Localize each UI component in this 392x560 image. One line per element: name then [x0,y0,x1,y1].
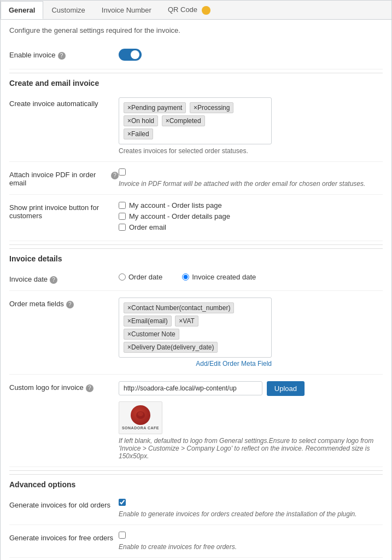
advanced-section-header: Advanced options [9,474,383,492]
tag-processing: × Processing [190,102,233,113]
logo-input-row: Upload [119,381,305,396]
tab-customize[interactable]: Customize [43,1,93,19]
free-orders-label: Generate invoices for free orders [9,534,113,542]
enable-invoice-help-icon[interactable]: ? [58,52,66,60]
order-meta-tag-container: × Contact Number(contact_number) × Email… [119,298,272,358]
tag-contact-number: × Contact Number(contact_number) [124,302,234,313]
order-date-radio[interactable] [119,273,126,281]
add-edit-meta-link[interactable]: Add/Edit Order Meta Field [119,360,272,368]
tab-invoice-number[interactable]: Invoice Number [93,1,160,19]
free-orders-hint: Enable to create invoices for free order… [119,543,383,551]
tag-completed: × Completed [162,115,205,126]
free-orders-checkbox[interactable] [119,532,126,539]
show-print-myaccount-list: My account - Order lists page [119,201,383,209]
invoice-date-radio-group: Order date Invoice created date [119,273,383,281]
tag-pending: × Pending payment [124,102,186,113]
show-print-row: Show print invoice button for customers … [9,195,383,241]
free-orders-row: Generate invoices for free orders Enable… [9,525,383,558]
invoice-date-help-icon[interactable]: ? [50,276,57,284]
create-auto-tag-container: × Pending payment × Processing × On hold… [119,97,272,144]
custom-logo-row: Custom logo for invoice ? Upload [9,375,383,467]
logo-url-input[interactable] [119,381,262,395]
radio-order-date: Order date [119,273,162,281]
order-meta-help-icon[interactable]: ? [66,301,74,308]
tabs-bar: General Customize Invoice Number QR Code [1,1,391,20]
svg-point-1 [138,412,143,416]
old-orders-label: Generate invoices for old orders [9,501,110,509]
section-divider-1 [9,244,383,245]
invoice-date-row: Invoice date ? Order date Invoice create… [9,266,383,291]
radio-invoice-created-date: Invoice created date [182,273,256,281]
old-orders-row: Generate invoices for old orders Enable … [9,492,383,525]
invoice-date-label: Invoice date [9,275,48,283]
page-description: Configure the general settings required … [9,26,383,34]
enable-invoice-label: Enable invoice [9,51,56,59]
logo-preview: SONADORA CAFE [119,401,162,434]
create-auto-hint: Creates invoices for selected order stat… [119,147,383,155]
logo-svg [135,410,146,421]
attach-pdf-checkbox[interactable] [119,168,126,176]
tag-onhold: × On hold [124,115,158,126]
logo-image: SONADORA CAFE [119,401,162,434]
custom-logo-hint: If left blank, defaulted to logo from Ge… [119,437,383,460]
upload-button[interactable]: Upload [267,381,305,396]
tag-failed: × Failed [124,129,153,139]
order-meta-label: Order meta fields [9,300,64,308]
attach-pdf-label: Attach invoice PDF in order email [9,171,109,187]
section-divider-2 [9,470,383,471]
invoice-details-section-header: Invoice details [9,248,383,266]
show-print-myaccount-detail: My account - Order details page [119,212,383,220]
tag-delivery-date: × Delivery Date(delivery_date) [124,342,218,353]
free-line-items-row: Display free line items in the invoice E… [9,558,383,560]
order-email-checkbox[interactable] [119,224,126,231]
myaccount-list-checkbox[interactable] [119,202,126,209]
show-print-label: Show print invoice button for customers [9,203,119,220]
tab-general[interactable]: General [1,1,43,19]
enable-invoice-row: Enable invoice ? [9,42,383,69]
custom-logo-help-icon[interactable]: ? [86,384,93,392]
attach-pdf-row: Attach invoice PDF in order email ? Invo… [9,162,383,195]
logo-circle [131,405,150,425]
order-meta-row: Order meta fields ? × Contact Number(con… [9,291,383,375]
create-auto-row: Create invoice automatically × Pending p… [9,91,383,162]
attach-pdf-hint: Invoice in PDF format will be attached w… [119,180,383,188]
custom-logo-label: Custom logo for invoice [9,383,84,392]
create-auto-label: Create invoice automatically [9,100,98,108]
tag-vat: × VAT [175,316,198,326]
old-orders-checkbox[interactable] [119,499,126,506]
enable-invoice-toggle[interactable] [119,49,142,61]
invoice-created-date-radio[interactable] [182,273,189,281]
create-email-section-header: Create and email invoice [9,73,383,91]
logo-brand-text: SONADORA CAFE [122,426,159,430]
attach-pdf-help-icon[interactable]: ? [111,172,119,179]
old-orders-hint: Enable to generate invoices for orders c… [119,510,383,518]
myaccount-detail-checkbox[interactable] [119,213,126,220]
tag-email: × Email(email) [124,316,172,326]
tag-customer-note: × Customer Note [124,329,179,340]
star-icon [202,6,210,15]
tab-qr-code[interactable]: QR Code [160,1,219,20]
show-print-order-email: Order email [119,223,383,231]
